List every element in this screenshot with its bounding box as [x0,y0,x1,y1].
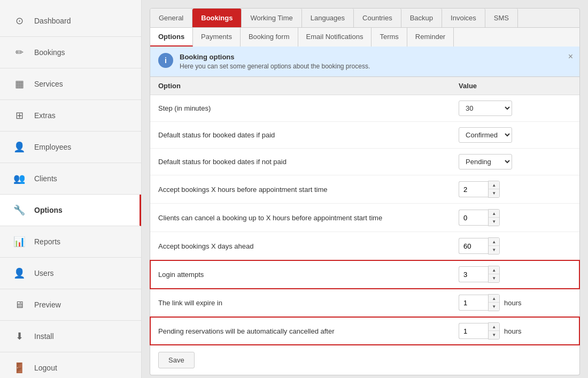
option-label: The link will expire in [150,289,451,317]
select-control-default_status_paid[interactable]: ConfirmedPendingCancelled [459,127,512,143]
option-label: Accept bookings X days ahead [150,232,451,260]
option-label: Pending reservations will be automatical… [150,317,451,345]
sidebar-item-logout[interactable]: 🚪 Logout [0,352,141,378]
spinner-buttons: ▲▼ [488,181,500,198]
sidebar-item-install[interactable]: ⬇ Install [0,321,141,352]
spinner-up-link_expire[interactable]: ▲ [489,295,499,303]
option-label: Clients can cancel a booking up to X hou… [150,204,451,232]
sub-tab-booking-form[interactable]: Booking form [241,28,298,47]
select-control-step[interactable]: 15304560 [459,101,512,116]
option-value[interactable]: ConfirmedPendingCancelled [451,122,579,149]
sidebar-item-options[interactable]: 🔧 Options [0,195,141,226]
spinner-up-login_attempts[interactable]: ▲ [489,266,499,274]
sidebar-item-bookings[interactable]: ✏ Bookings [0,37,141,68]
option-value[interactable]: ConfirmedPendingCancelled [451,149,579,175]
sidebar-item-services[interactable]: ▦ Services [0,68,141,100]
spinner-up-cancel_hours_before[interactable]: ▲ [489,210,499,218]
table-row: Step (in minutes)15304560 [150,95,579,122]
sidebar-item-clients[interactable]: 👥 Clients [0,163,141,195]
sidebar-label-employees: Employees [34,143,71,151]
spinner-wrap: ▲▼ [459,209,571,226]
sidebar-item-dashboard[interactable]: ⊙ Dashboard [0,5,141,37]
tab-backup[interactable]: Backup [401,9,442,27]
save-button[interactable]: Save [158,352,195,368]
reports-icon: 📊 [11,233,28,250]
preview-icon: 🖥 [11,296,28,313]
sub-tab-email-notifications[interactable]: Email Notifications [298,28,372,47]
tab-languages[interactable]: Languages [302,9,354,27]
spinner-up-accept_hours_before[interactable]: ▲ [489,181,499,189]
tab-countries[interactable]: Countries [354,9,401,27]
sidebar-label-dashboard: Dashboard [34,17,71,25]
table-row: Pending reservations will be automatical… [150,317,579,345]
spinner-buttons: ▲▼ [488,209,500,226]
table-row: Login attempts▲▼ [150,260,579,289]
table-row: Default status for booked dates if not p… [150,149,579,175]
option-value[interactable]: ▲▼ [451,232,579,260]
sidebar-label-logout: Logout [34,364,57,372]
content-box: i Booking options Here you can set some … [150,47,580,375]
option-value[interactable]: ▲▼hours [451,317,579,345]
save-wrap: Save [150,345,579,375]
info-icon: i [158,53,173,68]
tab-invoices[interactable]: Invoices [442,9,485,27]
spinner-input-accept_hours_before[interactable] [459,181,488,197]
option-label: Default status for booked dates if paid [150,122,451,149]
spinner-up-days_ahead[interactable]: ▲ [489,238,499,246]
table-row: Accept bookings X days ahead▲▼ [150,232,579,260]
sub-tab-reminder[interactable]: Reminder [407,28,454,47]
spinner-input-cancel_hours_before[interactable] [459,210,488,226]
spinner-wrap: ▲▼ [459,181,571,198]
option-value[interactable]: ▲▼ [451,204,579,232]
spinner-input-login_attempts[interactable] [459,266,488,282]
sidebar-label-reports: Reports [34,237,60,246]
option-value[interactable]: ▲▼ [451,260,579,289]
main-tab-bar: General Bookings Working Time Languages … [150,8,580,28]
spinner-down-days_ahead[interactable]: ▼ [489,246,499,254]
spinner-buttons: ▲▼ [488,266,500,283]
option-value[interactable]: ▲▼hours [451,289,579,317]
hours-label: hours [504,299,522,307]
sub-tab-terms[interactable]: Terms [372,28,407,47]
spinner-input-link_expire[interactable] [459,295,488,311]
spinner-input-days_ahead[interactable] [459,238,488,254]
spinner-down-cancel_hours_before[interactable]: ▼ [489,218,499,226]
sub-tab-options[interactable]: Options [150,28,193,47]
spinner-up-pending_cancel[interactable]: ▲ [489,323,499,331]
col-value-header: Value [451,77,579,95]
sub-tab-payments[interactable]: Payments [193,28,241,47]
hours-label: hours [504,327,522,335]
select-control-default_status_not_paid[interactable]: ConfirmedPendingCancelled [459,154,512,169]
table-row: The link will expire in▲▼hours [150,289,579,317]
table-row: Clients can cancel a booking up to X hou… [150,204,579,232]
option-label: Accept bookings X hours before appointme… [150,175,451,204]
clients-icon: 👥 [11,170,28,187]
sidebar-item-reports[interactable]: 📊 Reports [0,226,141,258]
option-value[interactable]: ▲▼ [451,175,579,204]
tab-general[interactable]: General [150,9,192,27]
tab-working-time[interactable]: Working Time [242,9,301,27]
spinner-down-pending_cancel[interactable]: ▼ [489,331,499,339]
spinner-input-pending_cancel[interactable] [459,323,488,339]
col-option-header: Option [150,77,451,95]
main-content: General Bookings Working Time Languages … [142,0,588,378]
spinner-wrap: ▲▼ [459,266,571,283]
tab-bookings[interactable]: Bookings [192,9,242,27]
info-title: Booking options [180,53,571,61]
sidebar-label-bookings: Bookings [34,48,65,57]
option-value[interactable]: 15304560 [451,95,579,122]
tab-sms[interactable]: SMS [485,9,518,27]
sidebar-item-preview[interactable]: 🖥 Preview [0,289,141,321]
sidebar-item-users[interactable]: 👤 Users [0,258,141,289]
info-close-button[interactable]: × [568,52,573,61]
extras-icon: ⊞ [11,107,28,124]
spinner-down-login_attempts[interactable]: ▼ [489,274,499,282]
table-row: Default status for booked dates if paidC… [150,122,579,149]
spinner-down-accept_hours_before[interactable]: ▼ [489,189,499,197]
sidebar-label-options: Options [34,206,63,214]
spinner-down-link_expire[interactable]: ▼ [489,303,499,311]
sidebar-item-employees[interactable]: 👤 Employees [0,132,141,163]
spinner-wrap: ▲▼hours [459,322,571,340]
sidebar-item-extras[interactable]: ⊞ Extras [0,100,141,132]
options-table: Option Value Step (in minutes)15304560De… [150,77,579,345]
